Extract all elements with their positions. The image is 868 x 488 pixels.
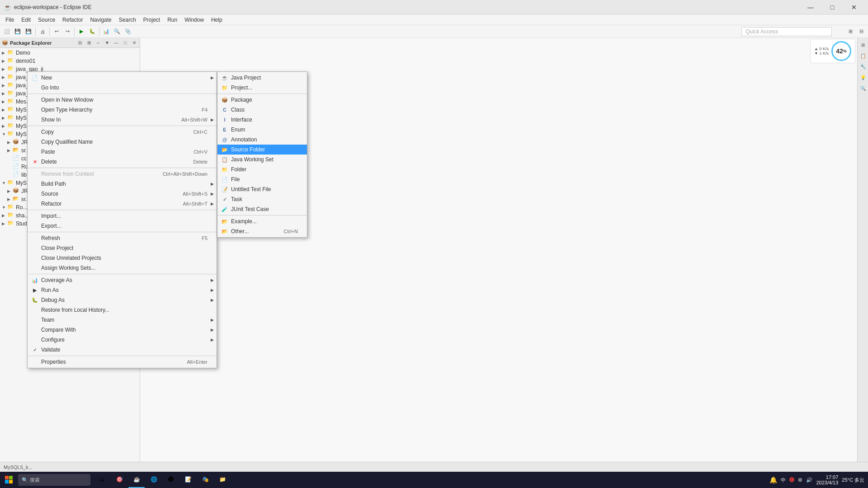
sub-example[interactable]: 📂 Example... (217, 216, 307, 226)
sub-package[interactable]: 📦 Package (217, 95, 307, 105)
sub-file[interactable]: 📄 File (217, 174, 307, 184)
sidebar-btn-2[interactable]: 📋 (858, 51, 868, 61)
sub-sep-2 (217, 215, 307, 216)
sub-untitled-text-file[interactable]: 📝 Untitled Text File (217, 184, 307, 194)
sidebar-btn-5[interactable]: 🔍 (858, 83, 868, 93)
menu-project[interactable]: Project (140, 16, 164, 24)
ctx-properties[interactable]: Properties Alt+Enter (28, 357, 217, 367)
sub-project[interactable]: 📁 Project... (217, 83, 307, 93)
menu-source[interactable]: Source (34, 16, 59, 24)
toolbar-run[interactable]: ▶ (76, 27, 86, 37)
toolbar-ref[interactable]: 📎 (123, 27, 133, 37)
maximize-button[interactable]: □ (822, 0, 843, 14)
ctx-close-project[interactable]: Close Project (28, 243, 217, 253)
search-bar[interactable]: 🔍 搜索 (18, 474, 90, 486)
toolbar-save[interactable]: 💾 (13, 27, 23, 37)
sub-interface[interactable]: I Interface (217, 115, 307, 125)
ctx-assign-working-sets[interactable]: Assign Working Sets... (28, 263, 217, 273)
pe-sync-btn[interactable]: ↔ (94, 39, 102, 47)
taskbar-app-2[interactable]: 🎯 (111, 472, 127, 488)
pe-maximize-btn[interactable]: □ (122, 39, 129, 47)
taskbar-file-explorer[interactable]: 🗂 (94, 472, 110, 488)
menu-edit[interactable]: Edit (18, 16, 34, 24)
sub-untitled-text-file-icon: 📝 (221, 186, 228, 193)
minimize-button[interactable]: — (800, 0, 821, 14)
ctx-export[interactable]: Export... (28, 221, 217, 231)
toolbar-new[interactable]: ⬜ (2, 27, 12, 37)
sub-junit-test-case[interactable]: 🧪 JUnit Test Case (217, 204, 307, 214)
taskbar-app-4[interactable]: 📝 (180, 472, 196, 488)
sub-annotation[interactable]: @ Annotation (217, 135, 307, 145)
sub-folder[interactable]: 📁 Folder (217, 164, 307, 174)
sidebar-btn-3[interactable]: 🔧 (858, 61, 868, 71)
pe-menu-btn[interactable]: ▼ (104, 39, 111, 47)
pe-minimize-btn[interactable]: — (113, 39, 120, 47)
pe-expand-btn[interactable]: ⊞ (85, 39, 93, 47)
taskbar-start-button[interactable] (0, 472, 18, 488)
ctx-paste[interactable]: Paste Ctrl+V (28, 147, 217, 157)
pe-close-btn[interactable]: ✕ (131, 39, 138, 47)
taskbar-folder[interactable]: 📁 (214, 472, 231, 488)
ctx-copy-shortcut: Ctrl+C (193, 129, 208, 135)
sub-enum[interactable]: E Enum (217, 125, 307, 135)
ctx-validate[interactable]: ✓ Validate (28, 345, 217, 355)
quick-access-input[interactable]: Quick Access (741, 27, 832, 36)
ctx-refresh[interactable]: Refresh F5 (28, 233, 217, 243)
ctx-import[interactable]: Import... (28, 211, 217, 221)
toolbar-print[interactable]: 🖨 (38, 27, 47, 37)
toolbar-perspective[interactable]: ⊞ (845, 27, 855, 37)
ctx-close-unrelated[interactable]: Close Unrelated Projects (28, 253, 217, 263)
ctx-refactor[interactable]: Refactor Alt+Shift+T ▶ (28, 199, 217, 209)
ctx-copy[interactable]: Copy Ctrl+C (28, 127, 217, 137)
sub-class[interactable]: C Class (217, 105, 307, 115)
toolbar-search[interactable]: 🔍 (112, 27, 122, 37)
ctx-delete[interactable]: ✕ Delete Delete (28, 157, 217, 167)
ctx-run-as-label: Run As (41, 287, 208, 293)
ctx-copy-label: Copy (41, 129, 184, 135)
menu-refactor[interactable]: Refactor (59, 16, 86, 24)
close-button[interactable]: ✕ (844, 0, 864, 14)
taskbar-app-3[interactable]: 🅢 (163, 472, 179, 488)
toolbar-debug[interactable]: 🐛 (87, 27, 97, 37)
menu-window[interactable]: Window (181, 16, 208, 24)
ctx-coverage-as[interactable]: 📊 Coverage As ▶ (28, 275, 217, 285)
menu-help[interactable]: Help (208, 16, 226, 24)
taskbar-app-5[interactable]: 🎭 (197, 472, 213, 488)
tree-item[interactable]: ▶ 📁 demo01 (0, 57, 140, 65)
toolbar-view[interactable]: ⊟ (856, 27, 866, 37)
sub-source-folder[interactable]: 📂 Source Folder (217, 145, 307, 155)
pe-collapse-btn[interactable]: ⊟ (76, 39, 84, 47)
ctx-build-path[interactable]: Build Path ▶ (28, 179, 217, 189)
ctx-open-new-window[interactable]: Open in New Window (28, 95, 217, 105)
tree-item[interactable]: ▶ 📁 Demo (0, 49, 140, 57)
taskbar-chrome[interactable]: 🌐 (146, 472, 162, 488)
ctx-compare-with[interactable]: Compare With ▶ (28, 325, 217, 335)
sub-task[interactable]: ✓ Task (217, 194, 307, 204)
menu-run[interactable]: Run (164, 16, 181, 24)
menu-navigate[interactable]: Navigate (86, 16, 115, 24)
ctx-run-as[interactable]: ▶ Run As ▶ (28, 285, 217, 295)
sub-java-working-set[interactable]: 📋 Java Working Set (217, 155, 307, 164)
ctx-go-into[interactable]: Go Into (28, 83, 217, 93)
sidebar-btn-1[interactable]: ⊞ (858, 40, 868, 50)
toolbar-redo[interactable]: ↪ (62, 27, 72, 37)
toolbar-coverage[interactable]: 📊 (101, 27, 111, 37)
sidebar-btn-4[interactable]: 💡 (858, 72, 868, 82)
ctx-copy-qualified-name[interactable]: Copy Qualified Name (28, 137, 217, 147)
ctx-new[interactable]: 📄 New ▶ (28, 73, 217, 83)
ctx-open-type-hierarchy[interactable]: Open Type Hierarchy F4 (28, 105, 217, 115)
toolbar-save-all[interactable]: 💾 (24, 27, 33, 37)
ctx-configure[interactable]: Configure ▶ (28, 335, 217, 345)
ctx-open-type-hierarchy-shortcut: F4 (202, 107, 208, 113)
menu-search[interactable]: Search (115, 16, 140, 24)
ctx-source[interactable]: Source Alt+Shift+S ▶ (28, 189, 217, 199)
menu-file[interactable]: File (2, 16, 18, 24)
ctx-team[interactable]: Team ▶ (28, 315, 217, 325)
sub-other[interactable]: 📂 Other... Ctrl+N (217, 226, 307, 236)
ctx-show-in[interactable]: Show In Alt+Shift+W ▶ (28, 115, 217, 125)
toolbar-undo[interactable]: ↩ (52, 27, 61, 37)
ctx-restore-local-history[interactable]: Restore from Local History... (28, 305, 217, 315)
sub-java-project[interactable]: ☕ Java Project (217, 73, 307, 83)
taskbar-eclipse[interactable]: ☕ (128, 472, 145, 488)
ctx-debug-as[interactable]: 🐛 Debug As ▶ (28, 295, 217, 305)
